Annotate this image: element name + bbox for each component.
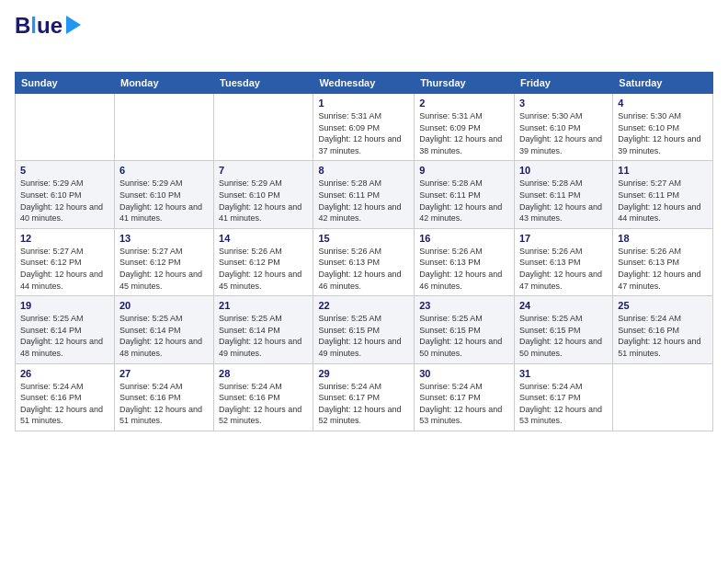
day-number: 5 — [20, 165, 109, 176]
day-info: Sunrise: 5:24 AMSunset: 6:16 PMDaylight:… — [119, 381, 209, 427]
day-number: 2 — [419, 98, 509, 109]
day-info: Sunrise: 5:24 AMSunset: 6:16 PMDaylight:… — [219, 381, 308, 427]
day-number: 18 — [618, 233, 708, 244]
calendar-cell: 31Sunrise: 5:24 AMSunset: 6:17 PMDayligh… — [514, 363, 612, 431]
calendar-cell: 10Sunrise: 5:28 AMSunset: 6:11 PMDayligh… — [514, 161, 612, 228]
calendar-cell: 17Sunrise: 5:26 AMSunset: 6:13 PMDayligh… — [514, 228, 612, 295]
calendar-cell: 3Sunrise: 5:30 AMSunset: 6:10 PMDaylight… — [514, 94, 612, 161]
calendar-cell: 6Sunrise: 5:29 AMSunset: 6:10 PMDaylight… — [114, 161, 213, 228]
calendar-cell — [613, 363, 713, 431]
calendar-cell: 5Sunrise: 5:29 AMSunset: 6:10 PMDaylight… — [16, 161, 115, 228]
day-number: 11 — [618, 165, 708, 176]
calendar-cell: 9Sunrise: 5:28 AMSunset: 6:11 PMDaylight… — [415, 161, 515, 228]
day-number: 13 — [119, 233, 209, 244]
day-number: 16 — [419, 233, 509, 244]
calendar-cell: 18Sunrise: 5:26 AMSunset: 6:13 PMDayligh… — [613, 228, 713, 295]
page-header: Blue — [15, 15, 713, 61]
day-info: Sunrise: 5:30 AMSunset: 6:10 PMDaylight:… — [618, 110, 708, 156]
calendar-cell: 29Sunrise: 5:24 AMSunset: 6:17 PMDayligh… — [313, 363, 415, 431]
calendar-cell: 27Sunrise: 5:24 AMSunset: 6:16 PMDayligh… — [114, 363, 213, 431]
day-number: 8 — [318, 165, 409, 176]
calendar-cell: 16Sunrise: 5:26 AMSunset: 6:13 PMDayligh… — [415, 228, 515, 295]
day-info: Sunrise: 5:24 AMSunset: 6:16 PMDaylight:… — [618, 313, 708, 359]
day-number: 31 — [519, 368, 608, 379]
day-number: 4 — [618, 98, 708, 109]
day-info: Sunrise: 5:28 AMSunset: 6:11 PMDaylight:… — [519, 178, 608, 224]
day-info: Sunrise: 5:25 AMSunset: 6:14 PMDaylight:… — [119, 313, 209, 359]
day-number: 19 — [20, 300, 109, 311]
logo-arrow-icon — [66, 16, 81, 34]
day-info: Sunrise: 5:29 AMSunset: 6:10 PMDaylight:… — [219, 178, 308, 224]
day-info: Sunrise: 5:28 AMSunset: 6:11 PMDaylight:… — [318, 178, 409, 224]
day-number: 24 — [519, 300, 608, 311]
calendar-cell: 8Sunrise: 5:28 AMSunset: 6:11 PMDaylight… — [313, 161, 415, 228]
day-info: Sunrise: 5:30 AMSunset: 6:10 PMDaylight:… — [519, 110, 608, 156]
day-number: 15 — [318, 233, 409, 244]
day-info: Sunrise: 5:26 AMSunset: 6:13 PMDaylight:… — [618, 246, 708, 292]
calendar-cell: 14Sunrise: 5:26 AMSunset: 6:12 PMDayligh… — [214, 228, 313, 295]
calendar-cell: 2Sunrise: 5:31 AMSunset: 6:09 PMDaylight… — [415, 94, 515, 161]
day-number: 26 — [20, 368, 109, 379]
day-number: 6 — [119, 165, 209, 176]
day-number: 14 — [219, 233, 308, 244]
day-info: Sunrise: 5:26 AMSunset: 6:13 PMDaylight:… — [519, 246, 608, 292]
day-info: Sunrise: 5:28 AMSunset: 6:11 PMDaylight:… — [419, 178, 509, 224]
calendar-body: 1Sunrise: 5:31 AMSunset: 6:09 PMDaylight… — [16, 94, 713, 431]
day-info: Sunrise: 5:26 AMSunset: 6:12 PMDaylight:… — [219, 246, 308, 292]
day-number: 29 — [318, 368, 409, 379]
calendar-cell — [114, 94, 213, 161]
calendar-cell: 22Sunrise: 5:25 AMSunset: 6:15 PMDayligh… — [313, 296, 415, 363]
logo-blue-text: Blue — [15, 15, 63, 37]
day-number: 22 — [318, 300, 409, 311]
header-day-sunday: Sunday — [16, 73, 115, 94]
day-info: Sunrise: 5:29 AMSunset: 6:10 PMDaylight:… — [119, 178, 209, 224]
logo-blue-row: Blue — [15, 15, 97, 37]
day-number: 28 — [219, 368, 308, 379]
day-info: Sunrise: 5:27 AMSunset: 6:12 PMDaylight:… — [20, 246, 109, 292]
calendar-cell: 11Sunrise: 5:27 AMSunset: 6:11 PMDayligh… — [613, 161, 713, 228]
day-number: 10 — [519, 165, 608, 176]
calendar-week-5: 26Sunrise: 5:24 AMSunset: 6:16 PMDayligh… — [16, 363, 713, 431]
calendar-cell: 21Sunrise: 5:25 AMSunset: 6:14 PMDayligh… — [214, 296, 313, 363]
calendar-week-4: 19Sunrise: 5:25 AMSunset: 6:14 PMDayligh… — [16, 296, 713, 363]
day-number: 7 — [219, 165, 308, 176]
header-day-friday: Friday — [514, 73, 612, 94]
day-info: Sunrise: 5:31 AMSunset: 6:09 PMDaylight:… — [419, 110, 509, 156]
calendar-cell: 1Sunrise: 5:31 AMSunset: 6:09 PMDaylight… — [313, 94, 415, 161]
calendar-cell: 20Sunrise: 5:25 AMSunset: 6:14 PMDayligh… — [114, 296, 213, 363]
calendar-header-row: SundayMondayTuesdayWednesdayThursdayFrid… — [16, 73, 713, 94]
day-number: 20 — [119, 300, 209, 311]
day-info: Sunrise: 5:25 AMSunset: 6:14 PMDaylight:… — [20, 313, 109, 359]
calendar-cell: 15Sunrise: 5:26 AMSunset: 6:13 PMDayligh… — [313, 228, 415, 295]
header-day-saturday: Saturday — [613, 73, 713, 94]
day-info: Sunrise: 5:24 AMSunset: 6:17 PMDaylight:… — [519, 381, 608, 427]
calendar-cell — [214, 94, 313, 161]
day-info: Sunrise: 5:27 AMSunset: 6:12 PMDaylight:… — [119, 246, 209, 292]
calendar-cell: 4Sunrise: 5:30 AMSunset: 6:10 PMDaylight… — [613, 94, 713, 161]
day-number: 23 — [419, 300, 509, 311]
day-info: Sunrise: 5:24 AMSunset: 6:17 PMDaylight:… — [419, 381, 509, 427]
calendar-cell: 26Sunrise: 5:24 AMSunset: 6:16 PMDayligh… — [16, 363, 115, 431]
day-number: 25 — [618, 300, 708, 311]
header-day-wednesday: Wednesday — [313, 73, 415, 94]
calendar-cell: 12Sunrise: 5:27 AMSunset: 6:12 PMDayligh… — [16, 228, 115, 295]
calendar-cell: 25Sunrise: 5:24 AMSunset: 6:16 PMDayligh… — [613, 296, 713, 363]
day-info: Sunrise: 5:31 AMSunset: 6:09 PMDaylight:… — [318, 110, 409, 156]
day-number: 27 — [119, 368, 209, 379]
logo: Blue — [15, 15, 97, 61]
day-number: 3 — [519, 98, 608, 109]
day-info: Sunrise: 5:26 AMSunset: 6:13 PMDaylight:… — [318, 246, 409, 292]
calendar-week-3: 12Sunrise: 5:27 AMSunset: 6:12 PMDayligh… — [16, 228, 713, 295]
day-info: Sunrise: 5:25 AMSunset: 6:14 PMDaylight:… — [219, 313, 308, 359]
header-day-tuesday: Tuesday — [214, 73, 313, 94]
day-info: Sunrise: 5:25 AMSunset: 6:15 PMDaylight:… — [318, 313, 409, 359]
calendar-cell: 23Sunrise: 5:25 AMSunset: 6:15 PMDayligh… — [415, 296, 515, 363]
header-day-monday: Monday — [114, 73, 213, 94]
calendar-cell: 19Sunrise: 5:25 AMSunset: 6:14 PMDayligh… — [16, 296, 115, 363]
day-info: Sunrise: 5:26 AMSunset: 6:13 PMDaylight:… — [419, 246, 509, 292]
day-number: 1 — [318, 98, 409, 109]
day-number: 30 — [419, 368, 509, 379]
day-info: Sunrise: 5:25 AMSunset: 6:15 PMDaylight:… — [419, 313, 509, 359]
calendar-cell: 30Sunrise: 5:24 AMSunset: 6:17 PMDayligh… — [415, 363, 515, 431]
calendar-week-2: 5Sunrise: 5:29 AMSunset: 6:10 PMDaylight… — [16, 161, 713, 228]
